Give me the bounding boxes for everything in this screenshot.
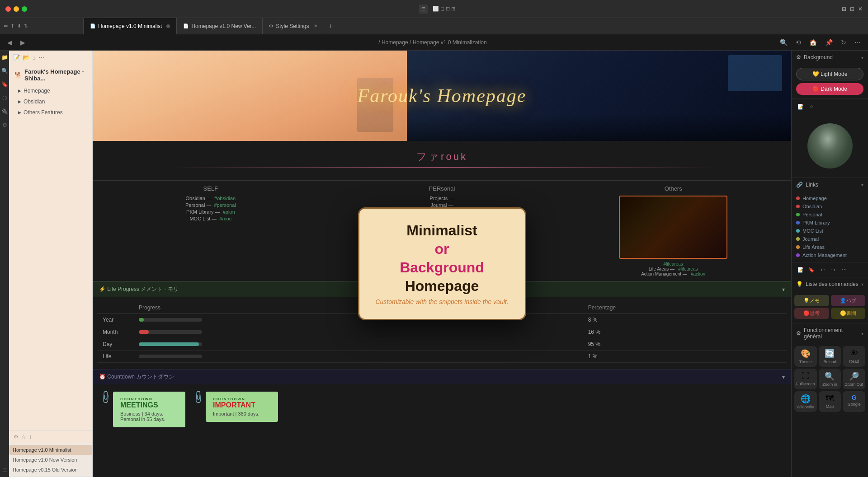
rs-background-title-wrap: ⚙ Background	[796, 54, 833, 61]
light-mode-button[interactable]: 💛 Light Mode	[796, 68, 863, 80]
rs-tool2-4[interactable]: ↪	[829, 265, 838, 274]
fonct-theme[interactable]: 🎨 Theme	[794, 346, 817, 367]
col-row-personal: Personal — #personal	[97, 202, 324, 208]
rs-link-lifeareas[interactable]: Life Areas	[796, 243, 863, 251]
minimize-button[interactable]	[14, 6, 19, 12]
search-button[interactable]: 🔍	[777, 38, 790, 47]
icon-graph[interactable]: ⬡	[2, 95, 7, 101]
rs-tool-edit[interactable]: 📝	[796, 102, 805, 111]
rs-tool2-5[interactable]: ⋯	[840, 265, 849, 274]
fonct-chevron[interactable]: ▾	[861, 331, 863, 336]
sidebar-bottom-icon3[interactable]: ↕	[29, 434, 32, 440]
rs-link-moc[interactable]: MOC List	[796, 227, 863, 235]
rs-link-journal[interactable]: Journal	[796, 235, 863, 243]
history-button[interactable]: ⟲	[793, 38, 804, 47]
new-folder-icon[interactable]: 📂	[23, 54, 30, 61]
cmd-book-btn[interactable]: 🟡書間	[831, 308, 866, 319]
table-row: Month 16 %	[97, 326, 787, 338]
rs-tool-star[interactable]: ☆	[807, 102, 816, 111]
rs-link-personal[interactable]: Personal	[796, 210, 863, 219]
sidebar-nav-btn4[interactable]: ⇅	[24, 23, 28, 29]
sidebar-toggle[interactable]: ☰	[419, 5, 428, 14]
fonct-fullscreen[interactable]: ⛶ Fullscreen	[794, 369, 817, 389]
file-item-oldversion[interactable]: Homepage v0.15 Old Version	[9, 465, 92, 475]
link-dot-moc	[796, 229, 800, 233]
chevron-icon: ▶	[18, 89, 21, 93]
clip-icon-2: 📎	[190, 389, 206, 405]
link-dot-obsidian	[796, 205, 800, 208]
tab-style-settings[interactable]: ⚙ Style Settings ✕	[263, 18, 324, 34]
fonct-google[interactable]: G Google	[843, 391, 865, 412]
forward-button[interactable]: ▶	[18, 38, 28, 47]
cmd-memo-btn[interactable]: 💡メモ	[794, 295, 829, 306]
fonct-grid: 🎨 Theme 🔄 Reload 👁 Read ⛶ Fullscreen	[792, 343, 868, 415]
home-button[interactable]: 🏠	[807, 38, 820, 47]
more-button[interactable]: ⋯	[852, 38, 863, 47]
new-file-icon[interactable]: 📝	[13, 54, 20, 61]
sidebar-item-others[interactable]: ▶ Others Features	[9, 107, 92, 118]
overlay-popup: Minimalist or Background Homepage Custom…	[358, 207, 526, 320]
tab-icon-2: 📄	[183, 23, 189, 28]
fonct-zoomin[interactable]: 🔍 Zoom in	[819, 369, 841, 389]
back-button[interactable]: ◀	[5, 38, 15, 47]
icon-settings-left[interactable]: ⚙	[2, 122, 7, 128]
tab-label-3: Style Settings	[276, 23, 309, 29]
cmd-think-btn[interactable]: 🔴思考	[794, 308, 829, 319]
sidebar-nav-btn[interactable]: ⬅	[4, 23, 8, 29]
sidebar-item-homepage[interactable]: ▶ Homepage	[9, 85, 92, 96]
rs-link-pkm[interactable]: PKM Library	[796, 219, 863, 227]
file-item-newversion[interactable]: Homepage v1.0 New Version	[9, 455, 92, 465]
rs-link-homepage[interactable]: Homepage	[796, 194, 863, 202]
pin-button[interactable]: 📌	[822, 38, 835, 47]
top-bar: ☰ ⬜ ◻ ⊡ ⊞ ⊟⊡✕	[0, 0, 868, 18]
link-dot-homepage	[796, 196, 800, 200]
sidebar-bottom-icon1[interactable]: ⚙	[14, 434, 19, 440]
rs-link-action[interactable]: Action Management	[796, 251, 863, 259]
icon-bottom[interactable]: ☰	[2, 467, 7, 473]
fonct-wikipedia[interactable]: 🌐 Wikipedia	[794, 391, 817, 412]
commands-chevron[interactable]: ▾	[861, 282, 863, 287]
icon-files[interactable]: 📁	[1, 54, 8, 61]
fonct-read[interactable]: 👁 Read	[843, 346, 865, 367]
dark-mode-button[interactable]: 🔴 Dark Mode	[796, 83, 863, 95]
more-icon[interactable]: ⋯	[38, 54, 44, 61]
table-row: Day 95 %	[97, 338, 787, 351]
icon-plugin[interactable]: 🔌	[1, 108, 8, 115]
fonct-map[interactable]: 🗺 Map	[819, 391, 841, 412]
sort-icon[interactable]: ↕	[33, 54, 36, 61]
cmd-hub-btn[interactable]: 👤ハブ	[831, 295, 866, 306]
map-label: Map	[826, 404, 834, 409]
rs-fonct-title-wrap: ⚙ Fonctionnement général	[796, 327, 861, 340]
links-chevron[interactable]: ▾	[861, 182, 863, 187]
rs-tool2-1[interactable]: 📝	[796, 265, 805, 274]
refresh-button[interactable]: ↻	[838, 38, 849, 47]
sidebar-label-homepage: Homepage	[24, 88, 50, 94]
sidebar-bottom-icon2[interactable]: ☆	[21, 434, 26, 440]
tab-close-3[interactable]: ✕	[314, 23, 317, 28]
file-item-minimalist[interactable]: Homepage v1.0 Minimalist	[9, 445, 92, 455]
sidebar-nav-btn3[interactable]: ⬇	[17, 23, 21, 29]
theme-icon: 🎨	[801, 349, 811, 359]
icon-bookmark[interactable]: 🔖	[1, 81, 8, 88]
fonct-zoomout[interactable]: 🔎 Zoom Out	[843, 369, 865, 389]
sidebar-nav-btn2[interactable]: ⬆	[10, 23, 14, 29]
life-progress-expand[interactable]: ▾	[782, 286, 785, 293]
icon-search[interactable]: 🔍	[1, 68, 8, 74]
fullscreen-button[interactable]	[22, 6, 27, 12]
tab-homepage-minimalist[interactable]: 📄 Homepage v1.0 Minimalist	[84, 18, 177, 34]
reload-icon: 🔄	[825, 349, 835, 359]
background-chevron[interactable]: ▾	[861, 55, 863, 60]
rs-tool2-3[interactable]: ↩	[818, 265, 827, 274]
sidebar-item-obsidian[interactable]: ▶ Obsidian	[9, 96, 92, 107]
close-button[interactable]	[5, 6, 11, 12]
fonct-reload[interactable]: 🔄 Reload	[819, 346, 841, 367]
countdown-expand[interactable]: ▾	[782, 374, 785, 380]
rs-link-obsidian[interactable]: Obsidian	[796, 202, 863, 210]
countdown-header[interactable]: ⏰ Countdown カウントダウン ▾	[93, 369, 791, 384]
new-tab-button[interactable]: +	[324, 22, 337, 30]
google-icon: G	[852, 394, 857, 401]
rs-tool2-2[interactable]: 🔖	[807, 265, 816, 274]
window-controls: ⬜ ◻ ⊡ ⊞	[433, 6, 455, 12]
tab-icon-3: ⚙	[269, 23, 273, 28]
tab-homepage-newver[interactable]: 📄 Homepage v1.0 New Ver...	[177, 18, 263, 34]
